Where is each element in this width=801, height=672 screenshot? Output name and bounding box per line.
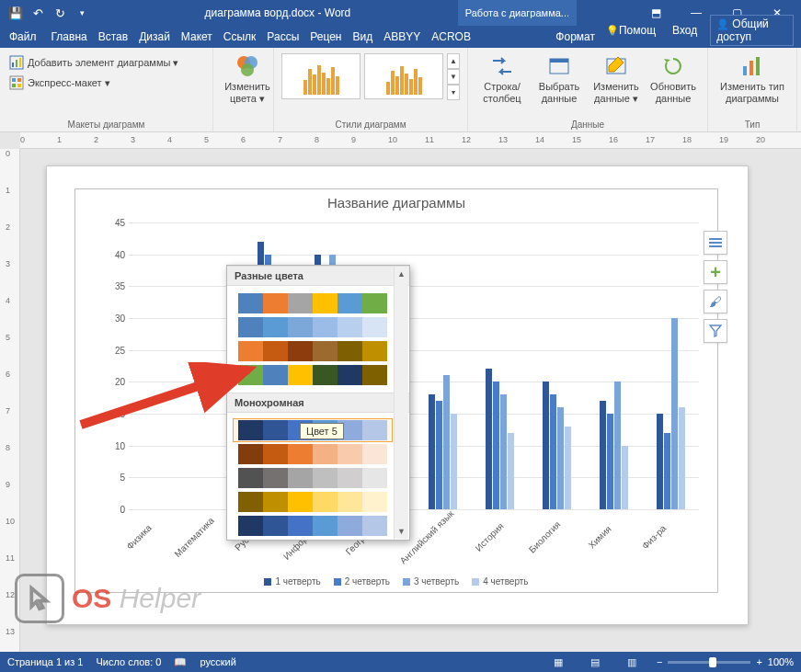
tell-me[interactable]: Помощ [601,19,661,41]
bar[interactable] [500,394,507,509]
change-chart-type-button[interactable]: Изменить тип диаграммы [714,50,791,105]
chart-tools-label: Работа с диаграмма... [458,0,577,26]
bar[interactable] [622,446,628,509]
language[interactable]: русский [200,656,235,667]
chart-filter-icon[interactable] [704,319,727,343]
bar[interactable] [565,427,571,509]
scroll-up-icon[interactable]: ▲ [395,267,408,281]
legend-item[interactable]: 2 четверть [334,576,390,587]
quick-layout-button[interactable]: Экспресс-макет ▾ [6,74,207,92]
group-type: Изменить тип диаграммы Тип [708,48,797,131]
chart-elements-icon[interactable] [704,231,727,255]
svg-rect-15 [743,66,747,75]
select-data-button[interactable]: Выбрать данные [531,50,588,105]
color-scheme-row[interactable] [233,315,393,339]
bar[interactable] [550,394,556,509]
color-scheme-row[interactable] [233,363,393,387]
chart-style-2[interactable] [364,53,443,99]
bar-group[interactable] [528,222,585,509]
chart-title[interactable]: Название диаграммы [75,189,717,211]
bar[interactable] [443,375,450,509]
tab-insert[interactable]: Встав [93,26,133,48]
bar[interactable] [508,433,514,509]
tab-acrobat[interactable]: ACROB [426,26,476,48]
bar-group[interactable] [129,222,186,509]
tab-mailings[interactable]: Рассы [261,26,304,48]
color-scheme-row[interactable] [233,490,393,514]
add-chart-element-button[interactable]: Добавить элемент диаграммы ▾ [6,53,207,72]
tab-constructor[interactable]: Конструктор [476,26,550,48]
tab-layout[interactable]: Макет [176,26,218,48]
tab-home[interactable]: Главна [46,26,93,48]
bar[interactable] [600,401,606,509]
switch-row-column-button[interactable]: Строка/ столбец [474,50,531,105]
tab-view[interactable]: Вид [347,26,378,48]
color-scheme-row[interactable] [233,514,393,538]
undo-icon[interactable]: ↶ [28,3,48,23]
bar[interactable] [543,382,549,509]
bar[interactable] [429,394,435,509]
watermark: OS Helper [15,574,200,623]
scroll-down-icon[interactable]: ▼ [395,524,408,539]
bar-group[interactable] [642,222,699,509]
bar[interactable] [436,401,442,509]
bar-group[interactable] [471,222,528,509]
plot-area[interactable]: 051015202530354045 [129,222,699,509]
save-icon[interactable]: 💾 [6,3,26,23]
print-layout-icon[interactable]: ▤ [583,652,607,672]
y-tick: 25 [103,345,125,355]
bar-group[interactable] [414,222,471,509]
page-counter[interactable]: Страница 1 из 1 [7,656,83,667]
styles-more-icon[interactable]: ▾ [447,85,460,100]
chart-style-1[interactable] [281,53,360,99]
repeat-icon[interactable]: ↻ [50,3,70,23]
dropdown-scrollbar[interactable]: ▲ ▼ [394,267,408,539]
color-scheme-row[interactable] [233,291,393,315]
color-scheme-row[interactable] [233,442,393,466]
bar[interactable] [557,407,564,509]
chart-brush-icon[interactable]: 🖌 [704,290,727,313]
tab-format[interactable]: Формат [550,26,601,48]
signin[interactable]: Вход [667,19,703,41]
color-scheme-row[interactable] [233,339,393,363]
edit-data-button[interactable]: Изменить данные ▾ [588,50,645,105]
bar[interactable] [486,369,492,509]
bar[interactable] [614,382,621,509]
spellcheck-icon[interactable]: 📖 [174,656,187,668]
bar[interactable] [664,433,670,509]
bar[interactable] [607,414,613,509]
select-data-label: Выбрать данные [539,81,579,105]
add-chart-element-label: Добавить элемент диаграммы ▾ [28,57,178,69]
zoom-in-icon[interactable]: + [756,656,761,667]
chart-styles-icon[interactable]: + [704,260,727,284]
tab-references[interactable]: Ссылк [218,26,262,48]
bar[interactable] [657,414,663,509]
bar[interactable] [451,414,457,509]
tab-review[interactable]: Рецен [304,26,347,48]
bar[interactable] [493,382,499,509]
styles-up-icon[interactable]: ▲ [447,53,460,69]
legend-item[interactable]: 1 четверть [264,576,320,587]
web-layout-icon[interactable]: ▥ [620,652,644,672]
change-colors-button[interactable]: Изменить цвета ▾ [219,50,276,105]
tab-design[interactable]: Дизай [133,26,176,48]
bar[interactable] [671,318,678,509]
share-button[interactable]: Общий доступ [710,15,794,46]
legend-item[interactable]: 3 четверть [403,576,459,587]
qat-more-icon[interactable]: ▾ [72,3,92,23]
color-scheme-row[interactable] [233,466,393,490]
zoom-out-icon[interactable]: − [657,656,662,667]
legend-item[interactable]: 4 четверть [472,576,528,587]
zoom-slider[interactable] [668,661,750,664]
bar[interactable] [679,407,685,509]
read-mode-icon[interactable]: ▦ [546,652,570,672]
word-count[interactable]: Число слов: 0 [96,656,161,667]
tab-file[interactable]: Файл [0,26,46,48]
bar-group[interactable] [585,222,642,509]
refresh-data-button[interactable]: Обновить данные [645,50,702,105]
x-axis-labels: ФизикаМатематикаРусскийИнформатикаГеогра… [129,511,699,566]
tab-abbyy[interactable]: ABBYY [378,26,426,48]
horizontal-ruler[interactable]: 01234567891011121314151617181920 [20,132,801,149]
styles-down-icon[interactable]: ▼ [447,69,460,85]
zoom-level[interactable]: 100% [768,656,794,667]
